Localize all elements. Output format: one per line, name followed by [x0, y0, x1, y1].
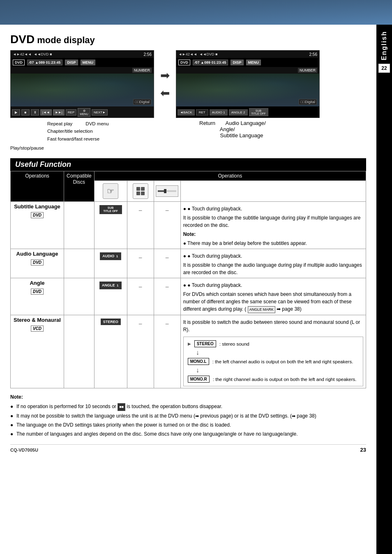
dvd-menu-label: DVD menu [85, 121, 108, 126]
mono-r-btn[interactable]: MONO.R [188, 376, 210, 383]
subtitle-touch: ● Touch during playback. [183, 205, 363, 212]
screen2-mode-bar: DVD ⁄07 ▲089 01:23:45 DISP MENU [176, 58, 319, 67]
stereo-icon3: – [154, 315, 180, 388]
screen2-chapter: ⁄07 ▲089 01:23:45 [193, 60, 228, 65]
screen1-rep-menu[interactable]: ⚙MENU [78, 108, 90, 117]
angle-disc-cell [64, 278, 95, 315]
screen1-next[interactable]: NEXT► [92, 109, 108, 115]
subtitle-note-text: ● There may be a brief delay before the … [183, 240, 363, 247]
header-icon-grid [127, 180, 154, 201]
subtitle-row-label: Subtitle Language DVD [11, 201, 64, 249]
mono-l-btn[interactable]: MONO.L [188, 358, 209, 365]
subtitle-icon3: – [154, 201, 180, 249]
angle-btn[interactable]: ANGLE 1 [99, 282, 122, 289]
stereo-sound-desc: : stereo sound [219, 341, 249, 347]
hand-touch-icon[interactable]: ☞ [103, 183, 118, 199]
arrow-left: ⬅ [160, 86, 170, 100]
svg-rect-0 [136, 187, 140, 191]
angle-touch-text: ● Touch during playback. [183, 282, 242, 288]
audio-desc: ● Touch during playback. It is possible … [180, 249, 366, 278]
screen2-dvd-tag: DVD [178, 60, 190, 65]
caption-chapter: Chapter/title selection [47, 127, 154, 135]
caption-repeat: Repeat play DVD menu [47, 120, 154, 127]
audio-row-label: Audio Language DVD [11, 249, 64, 278]
captions-left: Repeat play DVD menu Chapter/title selec… [10, 120, 154, 152]
model-number: CQ-VD7005U [10, 448, 38, 452]
subtitle-note: Note: [183, 231, 363, 238]
svg-rect-2 [136, 192, 140, 195]
operations-col-header: Operations [11, 171, 64, 201]
screen2-sub[interactable]: SUBTITLE OFF [249, 108, 268, 116]
screen2: ◄►42◄◄ ◄◄DVD ■ 2:56 DVD ⁄07 ▲089 01:23:4… [176, 50, 320, 118]
screen2-status-bar: ◄►42◄◄ ◄◄DVD ■ 2:56 [176, 51, 319, 58]
audio-touch: ● Touch during playback. [183, 252, 363, 260]
language-label: English [380, 31, 388, 60]
stereo-down-arrow2: ↓ [196, 367, 359, 374]
screen1-rew[interactable]: |◄◄ [40, 109, 52, 115]
useful-function-title: Useful Function [15, 160, 71, 169]
angle-label: Angle [13, 280, 61, 286]
stereo-description: It is possible to switch the audio betwe… [183, 319, 363, 333]
stereo-inner-box: ▶ STEREO : stereo sound ↓ MONO.L : the l… [183, 337, 363, 386]
subtitle-disc-cell [64, 201, 95, 249]
screen2-disp[interactable]: DISP [231, 60, 243, 65]
subtitle-touch-text: ● Touch during playback. [183, 206, 242, 212]
screen1-disp[interactable]: DISP [65, 60, 78, 65]
subtitle-note-label: Note: [183, 231, 196, 237]
note-item-2: It may not be possible to switch the lan… [10, 412, 366, 420]
screen2-angle[interactable]: ANGLE 2 [229, 109, 248, 115]
mono-l-desc: : the left channel audio is output on bo… [212, 358, 353, 365]
compatible-discs-header: CompatibleDiscs [64, 171, 95, 201]
header-icon-slider [154, 180, 180, 201]
subtitle-desc: ● Touch during playback. It is possible … [180, 201, 366, 249]
screen2-indicator2: ◄◄DVD ■ [199, 52, 218, 56]
audio-btn[interactable]: AUDIO 1 [100, 252, 121, 260]
stereo-icon1: STEREO [94, 315, 127, 388]
angle-disc: DVD [31, 289, 44, 295]
audio-disc-cell [64, 249, 95, 278]
subtitle-description: It is possible to change the subtitle la… [183, 214, 363, 229]
screen1-number: NUMBER [132, 68, 152, 73]
screen1-stop[interactable]: ■ [21, 109, 30, 115]
stereo-white-btn[interactable]: STEREO [194, 340, 216, 347]
stereo-desc: It is possible to switch the audio betwe… [180, 315, 366, 388]
stereo-flow-row3: MONO.R : the right channel audio is outp… [188, 376, 359, 383]
stereo-row-label: Stereo & Monaural VCD [11, 315, 64, 388]
screen2-ret[interactable]: RET [196, 109, 208, 115]
angle-description: For DVDs which contain scenes which have… [183, 291, 363, 314]
mono-r-desc: : the right channel audio is output on b… [213, 376, 357, 383]
sub-title-btn[interactable]: SUBTITLE OFF [99, 205, 122, 215]
grid-menu-icon[interactable] [133, 183, 148, 199]
angle-icon1: ANGLE 1 [94, 278, 127, 315]
subtitle-icon1: SUBTITLE OFF [94, 201, 127, 249]
top-banner [0, 0, 392, 25]
screen2-audio[interactable]: AUDIO 1 [210, 109, 228, 115]
dvd-label: DVD [10, 33, 35, 46]
screen1-digital: □□Digital [133, 99, 151, 105]
slider-icon[interactable] [156, 185, 178, 197]
angle-touch: ● Touch during playback. [183, 282, 363, 289]
table-header-row: Operations CompatibleDiscs Operations [11, 171, 366, 180]
stereo-flow-row2: MONO.L : the left channel audio is outpu… [188, 358, 359, 365]
operations-header: Operations [94, 171, 366, 180]
screen1-fwd[interactable]: ►►| [53, 109, 65, 115]
stereo-disc: VCD [31, 325, 44, 332]
screen-arrows: ➡ ⬅ [160, 69, 170, 100]
screen2-menu[interactable]: MENU [246, 60, 261, 65]
screen1-pause[interactable]: ⏸ [31, 109, 39, 115]
stereo-btn[interactable]: STEREO [101, 319, 121, 325]
screen1-rep[interactable]: REP [66, 109, 76, 115]
audio-icon1: AUDIO 1 [94, 249, 127, 278]
screen1-content: □□Digital [11, 74, 154, 106]
stereo-flow-row1: ▶ STEREO : stereo sound [188, 340, 359, 347]
page-number-bottom: 23 [360, 447, 366, 453]
screen1-play[interactable]: ▶ [12, 109, 20, 115]
bottom-bar: CQ-VD7005U 23 [10, 444, 366, 453]
screen2-back[interactable]: ◄BACK [178, 109, 195, 115]
grid-svg [136, 186, 145, 196]
screen1-status-bar: ◄►42◄◄ ◄◄DVD ■ 2:56 [11, 51, 154, 58]
screen2-number: NUMBER [298, 68, 317, 73]
subtitle-label: Subtitle Language [13, 203, 61, 210]
page-number-box: 22 [378, 64, 390, 73]
screen1-menu[interactable]: MENU [81, 60, 96, 65]
